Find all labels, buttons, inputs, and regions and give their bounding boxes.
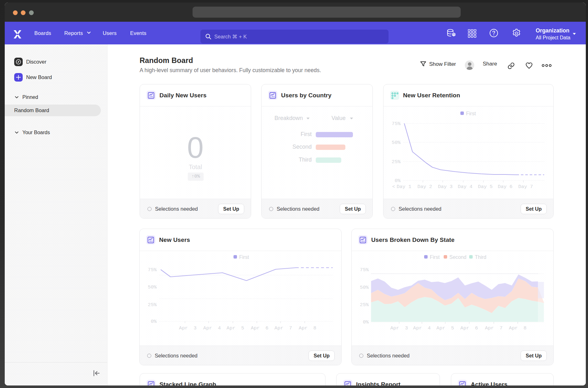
svg-text:0%: 0% — [395, 178, 401, 184]
svg-text:25%: 25% — [360, 302, 369, 308]
svg-text:First: First — [466, 111, 476, 116]
svg-text:50%: 50% — [360, 285, 369, 290]
svg-text:Apr 7: Apr 7 — [485, 325, 503, 331]
svg-text:Apr 4: Apr 4 — [413, 325, 431, 331]
svg-text:75%: 75% — [360, 267, 369, 273]
svg-text:25%: 25% — [148, 302, 157, 308]
svg-text:Apr 3: Apr 3 — [390, 325, 408, 331]
svg-text:First: First — [239, 254, 249, 260]
svg-text:Apr 8: Apr 8 — [299, 325, 316, 331]
svg-text:Day 4: Day 4 — [458, 184, 473, 190]
svg-text:Apr 5: Apr 5 — [436, 325, 454, 331]
svg-text:Apr 3: Apr 3 — [179, 325, 197, 331]
svg-text:Day 7: Day 7 — [518, 184, 533, 190]
svg-text:25%: 25% — [392, 159, 401, 165]
svg-text:0%: 0% — [151, 319, 157, 324]
svg-text:Day 1: Day 1 — [397, 184, 412, 190]
svg-text:50%: 50% — [148, 284, 157, 290]
svg-text:Apr 6: Apr 6 — [251, 325, 268, 331]
svg-text:Third: Third — [475, 254, 486, 260]
svg-text:Apr 4: Apr 4 — [203, 325, 221, 331]
svg-text:75%: 75% — [392, 121, 401, 127]
svg-text:<: < — [392, 184, 395, 190]
svg-text:Apr 5: Apr 5 — [227, 325, 244, 331]
svg-text:0%: 0% — [363, 319, 369, 325]
svg-text:Day 3: Day 3 — [438, 184, 453, 190]
svg-text:Day 5: Day 5 — [478, 184, 493, 190]
svg-text:Apr 6: Apr 6 — [460, 325, 478, 331]
svg-text:75%: 75% — [148, 267, 157, 273]
svg-text:Apr 8: Apr 8 — [509, 325, 527, 331]
svg-text:Day 6: Day 6 — [498, 184, 513, 190]
svg-text:Apr 7: Apr 7 — [274, 325, 292, 331]
svg-text:50%: 50% — [392, 140, 401, 146]
svg-text:Second: Second — [449, 254, 466, 260]
svg-text:First: First — [430, 254, 440, 260]
svg-text:Day 2: Day 2 — [418, 184, 432, 190]
